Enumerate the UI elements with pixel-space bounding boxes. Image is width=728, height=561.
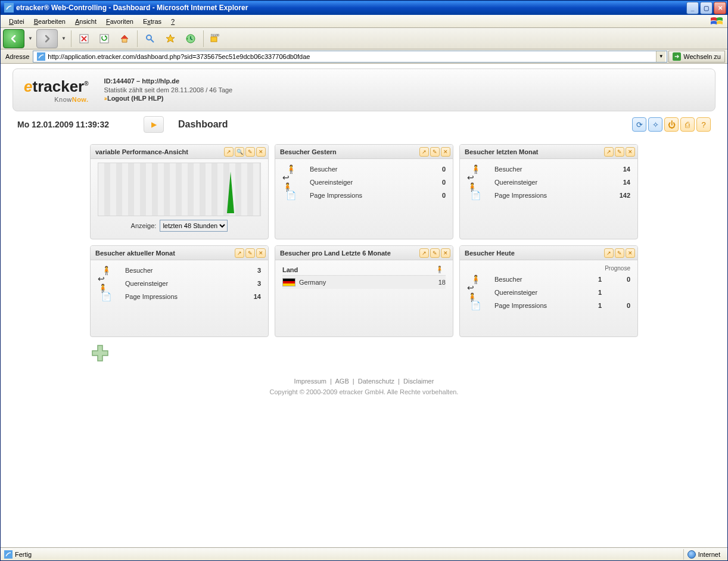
widget-close-button[interactable]: ✕ — [441, 147, 450, 157]
entry-icon: ↩🧍 — [467, 173, 484, 192]
widget-config-button[interactable]: ✎ — [245, 147, 255, 157]
widget-detail-button[interactable]: ↗ — [604, 147, 614, 157]
app-icon — [4, 3, 14, 13]
window-titlebar: etracker® Web-Controlling - Dashboard - … — [1, 1, 727, 15]
extension-button[interactable]: 01100 — [207, 30, 225, 48]
stop-button[interactable] — [75, 30, 93, 48]
svg-text:01100: 01100 — [211, 33, 219, 37]
windows-logo-icon — [710, 16, 724, 27]
menu-ansicht[interactable]: Ansicht — [70, 17, 101, 26]
svg-point-3 — [147, 35, 151, 40]
stat-row: 🧍Besucher3 — [98, 264, 261, 277]
close-button[interactable]: ✕ — [714, 2, 726, 14]
menu-favoriten[interactable]: Favoriten — [101, 17, 138, 26]
stat-row: 📄Page Impressions0 — [282, 189, 446, 202]
forward-button[interactable] — [36, 29, 58, 48]
widget-detail-button[interactable]: ↗ — [235, 248, 244, 258]
widget-config-button[interactable]: ✎ — [615, 248, 624, 258]
page-content: etracker® KnowNow. ID:144407 – http://hl… — [1, 64, 727, 547]
minimize-button[interactable]: _ — [686, 2, 699, 14]
svg-rect-8 — [4, 550, 13, 559]
footer-link-disclaimer[interactable]: Disclaimer — [403, 378, 434, 385]
home-button[interactable] — [116, 30, 133, 48]
widget-title: variable Performance-Ansicht — [95, 148, 224, 155]
widget-close-button[interactable]: ✕ — [256, 147, 266, 157]
land-table-row[interactable]: Germany 18 — [282, 276, 446, 289]
widget-config-button[interactable]: ✎ — [245, 248, 255, 258]
help-action-button[interactable]: ? — [696, 117, 711, 132]
add-widget-button[interactable] — [90, 343, 110, 363]
widget-title: Besucher Heute — [465, 250, 604, 257]
menu-help[interactable]: ? — [166, 17, 179, 26]
header-info: ID:144407 – http://hlp.de Statistik zähl… — [104, 77, 233, 104]
stat-row: 📄Page Impressions14 — [98, 290, 261, 303]
address-bar: Adresse ▼ ➜ Wechseln zu — [1, 49, 727, 64]
widget-config-button[interactable]: ✎ — [430, 147, 440, 157]
widget-config-button[interactable]: ✎ — [430, 248, 440, 258]
widget-detail-button[interactable]: ↗ — [224, 147, 234, 157]
logout-link[interactable]: ››Logout (HLP HLP) — [104, 95, 164, 102]
widget-config-button[interactable]: ✎ — [615, 147, 624, 157]
widget-close-button[interactable]: ✕ — [626, 147, 635, 157]
power-action-button[interactable]: ⏻ — [664, 117, 679, 132]
widget-close-button[interactable]: ✕ — [256, 248, 266, 258]
status-text: Fertig — [15, 551, 683, 558]
chart-spike — [227, 172, 234, 213]
search-button[interactable] — [141, 30, 159, 48]
widget-title: Besucher Gestern — [280, 148, 419, 155]
go-label: Wechseln zu — [683, 53, 721, 60]
widget-detail-button[interactable]: ↗ — [419, 147, 429, 157]
footer-link-agb[interactable]: AGB — [335, 378, 349, 385]
footer-link-datenschutz[interactable]: Datenschutz — [358, 378, 394, 385]
window-title: etracker® Web-Controlling - Dashboard - … — [16, 4, 686, 12]
history-button[interactable] — [182, 30, 200, 48]
refresh-action-button[interactable]: ⟳ — [632, 117, 646, 132]
zone-label: Internet — [698, 551, 720, 558]
person-icon: 🧍 — [434, 266, 446, 273]
svg-rect-5 — [211, 37, 217, 42]
pages-icon: 📄 — [467, 191, 484, 200]
go-icon: ➜ — [673, 52, 681, 61]
anzeige-select[interactable]: letzten 48 Stunden — [160, 220, 228, 232]
menubar: Datei Bearbeiten Ansicht Favoriten Extra… — [1, 15, 727, 28]
widget-close-button[interactable]: ✕ — [626, 248, 635, 258]
stat-row: ↩🧍Quereinsteiger1 — [467, 286, 630, 299]
stat-row: ↩🧍Quereinsteiger14 — [467, 176, 630, 189]
stat-row: 🧍Besucher0 — [282, 163, 446, 176]
stat-row: 🧍Besucher14 — [467, 163, 630, 176]
forward-dropdown[interactable]: ▼ — [60, 36, 67, 41]
maximize-button[interactable]: ▢ — [700, 2, 713, 14]
menu-extras[interactable]: Extras — [138, 17, 166, 26]
menu-datei[interactable]: Datei — [4, 17, 29, 26]
address-dropdown[interactable]: ▼ — [656, 51, 665, 62]
go-button[interactable]: ➜ Wechseln zu — [668, 51, 725, 63]
stat-row: 📄Page Impressions142 — [467, 189, 630, 202]
print-action-button[interactable]: ⎙ — [680, 117, 695, 132]
status-bar: Fertig Internet — [1, 547, 727, 560]
etracker-logo: etracker® KnowNow. — [24, 77, 89, 103]
stats-since-line: Statistik zählt seit dem 28.11.2008 / 46… — [104, 86, 233, 94]
widget-close-button[interactable]: ✕ — [441, 248, 450, 258]
refresh-button[interactable] — [95, 30, 113, 48]
back-dropdown[interactable]: ▼ — [27, 36, 34, 41]
menu-bearbeiten[interactable]: Bearbeiten — [29, 17, 70, 26]
realtime-toggle-button[interactable]: ▶ — [144, 116, 164, 133]
widget-detail-button[interactable]: ↗ — [419, 248, 429, 258]
widget-title: Besucher pro Land Letzte 6 Monate — [280, 250, 419, 257]
flag-de-icon — [282, 278, 295, 286]
pages-icon: 📄 — [98, 292, 114, 301]
widget-area: variable Performance-Ansicht ↗ 🔍 ✎ ✕ — [13, 135, 644, 337]
svg-rect-2 — [100, 35, 108, 43]
entry-icon: ↩🧍 — [282, 173, 299, 192]
stat-row: ↩🧍Quereinsteiger0 — [282, 176, 446, 189]
widget-detail-button[interactable]: ↗ — [604, 248, 614, 258]
widget-zoom-button[interactable]: 🔍 — [235, 147, 244, 157]
address-input[interactable] — [48, 53, 656, 60]
footer-link-impressum[interactable]: Impressum — [294, 378, 326, 385]
entry-icon: ↩🧍 — [98, 274, 114, 293]
widget-gestern: Besucher Gestern ↗ ✎ ✕ 🧍Besucher0 ↩🧍Quer… — [275, 144, 453, 239]
favorites-button[interactable] — [161, 30, 179, 48]
svg-rect-7 — [37, 52, 45, 61]
settings-action-button[interactable]: ✧ — [648, 117, 662, 132]
back-button[interactable] — [3, 29, 24, 48]
